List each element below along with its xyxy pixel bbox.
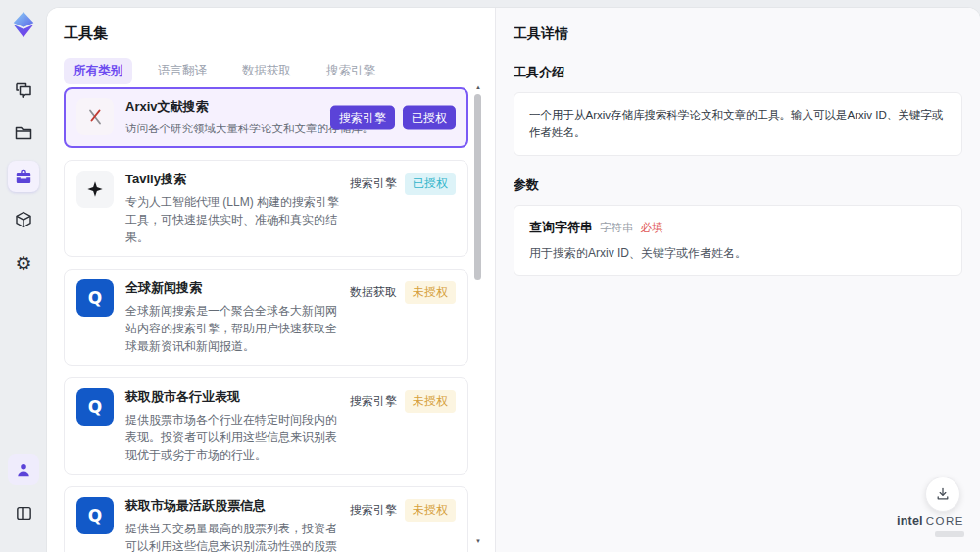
param-required-badge: 必填 bbox=[641, 221, 663, 235]
tool-card[interactable]: Q 获取股市各行业表现 提供股票市场各个行业在特定时间段内的表现。投资者可以利用… bbox=[64, 377, 468, 475]
tool-name: Tavily搜索 bbox=[125, 171, 346, 188]
category-tabs: 所有类别 语言翻译 数据获取 搜索引擎 bbox=[64, 58, 385, 84]
brand-intel: intel bbox=[897, 514, 923, 527]
tool-description: 提供股票市场各个行业在特定时间段内的表现。投资者可以利用这些信息来识别表现优于或… bbox=[125, 411, 346, 464]
sparkle-icon bbox=[76, 171, 114, 208]
status-badge: 未授权 bbox=[405, 281, 456, 304]
status-badge: 未授权 bbox=[405, 390, 456, 413]
tool-description: 专为人工智能代理 (LLM) 构建的搜索引擎工具，可快速提供实时、准确和真实的结… bbox=[125, 193, 346, 246]
tool-card[interactable]: Q 全球新闻搜索 全球新闻搜索是一个聚合全球各大新闻网站内容的搜索引擎，帮助用户… bbox=[64, 269, 468, 366]
tool-list-pane: 工具集 所有类别 语言翻译 数据获取 搜索引擎 Arxiv文献搜索 访问各个研究… bbox=[47, 8, 495, 552]
status-badge: 已授权 bbox=[403, 106, 456, 130]
left-rail: ⚙ bbox=[0, 0, 47, 552]
list-scrollbar: ▲ ▼ bbox=[473, 84, 483, 546]
tool-card[interactable]: Arxiv文献搜索 访问各个研究领域大量科学论文和文章的存储库。 搜索引擎 已授… bbox=[64, 87, 468, 148]
tab-all-categories[interactable]: 所有类别 bbox=[64, 58, 132, 84]
intro-box: 一个用于从Arxiv存储库搜索科学论文和文章的工具。输入可以是Arxiv ID、… bbox=[514, 92, 962, 156]
category-label: 搜索引擎 bbox=[350, 502, 397, 519]
status-badge: 已授权 bbox=[405, 173, 456, 195]
tool-description: 提供当天交易量最高的股票列表，投资者可以利用这些信息来识别流动性强的股票和潜在的… bbox=[125, 520, 346, 552]
category-label: 搜索引擎 bbox=[350, 176, 397, 192]
category-label: 数据获取 bbox=[350, 284, 397, 301]
param-type: 字符串 bbox=[600, 221, 634, 235]
tab-data-fetch[interactable]: 数据获取 bbox=[232, 58, 301, 84]
brand-core: core bbox=[926, 515, 964, 527]
tool-name: 获取股市各行业表现 bbox=[125, 388, 346, 406]
category-label: 搜索引擎 bbox=[350, 393, 397, 410]
tool-description: 全球新闻搜索是一个聚合全球各大新闻网站内容的搜索引擎，帮助用户快速获取全球最新资… bbox=[125, 302, 346, 355]
tab-language-translation[interactable]: 语言翻译 bbox=[148, 58, 217, 84]
param-name: 查询字符串 bbox=[529, 219, 593, 236]
intro-heading: 工具介绍 bbox=[514, 64, 962, 81]
brand-sub-mark bbox=[935, 531, 964, 537]
param-box: 查询字符串 字符串 必填 用于搜索的Arxiv ID、关键字或作者姓名。 bbox=[514, 205, 962, 276]
page-title: 工具集 bbox=[64, 25, 108, 43]
detail-title: 工具详情 bbox=[514, 25, 962, 43]
app-logo bbox=[9, 10, 38, 39]
arxiv-logo-icon bbox=[76, 98, 114, 135]
tool-card[interactable]: Q 获取市场最活跃股票信息 提供当天交易量最高的股票列表，投资者可以利用这些信息… bbox=[64, 486, 468, 552]
category-badge: 搜索引擎 bbox=[330, 106, 395, 130]
tool-list: Arxiv文献搜索 访问各个研究领域大量科学论文和文章的存储库。 搜索引擎 已授… bbox=[64, 87, 468, 552]
cube-icon[interactable] bbox=[8, 204, 39, 235]
news-app-icon: Q bbox=[76, 279, 114, 317]
tab-search-engine[interactable]: 搜索引擎 bbox=[317, 58, 385, 84]
toolbox-icon[interactable] bbox=[8, 161, 39, 192]
main-content: 工具集 所有类别 语言翻译 数据获取 搜索引擎 Arxiv文献搜索 访问各个研究… bbox=[47, 8, 980, 552]
scroll-down-icon[interactable]: ▼ bbox=[473, 538, 483, 544]
status-badge: 未授权 bbox=[405, 499, 456, 522]
download-icon bbox=[935, 486, 951, 502]
intel-core-logo: intelcore bbox=[897, 511, 964, 537]
param-description: 用于搜索的Arxiv ID、关键字或作者姓名。 bbox=[529, 245, 947, 262]
params-heading: 参数 bbox=[514, 176, 962, 194]
user-icon[interactable] bbox=[8, 454, 39, 485]
scrollbar-thumb[interactable] bbox=[474, 94, 481, 280]
finance-app-icon: Q bbox=[76, 497, 114, 534]
tool-name: 获取市场最活跃股票信息 bbox=[125, 497, 346, 515]
download-button[interactable] bbox=[925, 477, 960, 512]
folder-icon[interactable] bbox=[8, 118, 39, 149]
tool-name: 全球新闻搜索 bbox=[125, 279, 346, 297]
settings-icon[interactable]: ⚙ bbox=[8, 247, 39, 278]
scroll-up-icon[interactable]: ▲ bbox=[473, 84, 483, 90]
intro-text: 一个用于从Arxiv存储库搜索科学论文和文章的工具。输入可以是Arxiv ID、… bbox=[529, 106, 947, 142]
tool-card[interactable]: Tavily搜索 专为人工智能代理 (LLM) 构建的搜索引擎工具，可快速提供实… bbox=[64, 160, 468, 257]
tool-detail-pane: 工具详情 工具介绍 一个用于从Arxiv存储库搜索科学论文和文章的工具。输入可以… bbox=[495, 8, 980, 552]
finance-app-icon: Q bbox=[76, 388, 114, 426]
chat-icon[interactable] bbox=[8, 75, 39, 106]
panel-toggle-icon[interactable] bbox=[8, 497, 39, 528]
